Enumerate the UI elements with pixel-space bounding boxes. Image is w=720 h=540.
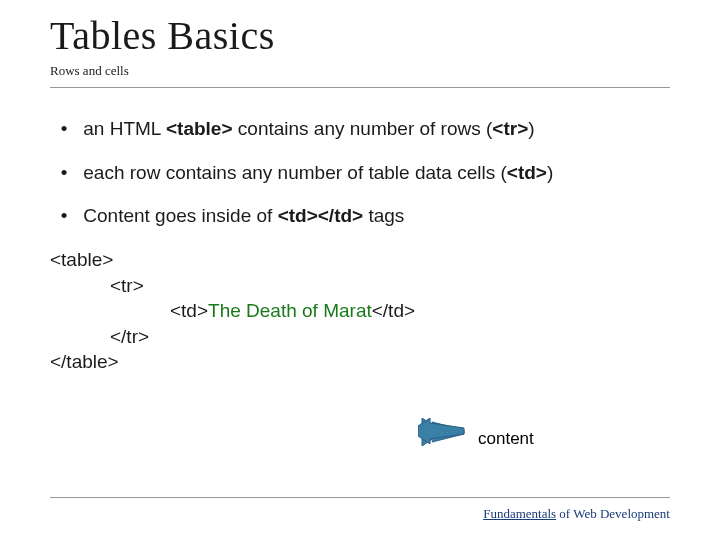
- footer-underlined: Fundamentals: [483, 506, 556, 521]
- annotation-label: content: [478, 429, 534, 449]
- text-fragment: ): [528, 118, 534, 139]
- bullet-dot-icon: •: [50, 116, 78, 142]
- bullet-text: each row contains any number of table da…: [83, 162, 553, 183]
- slide: Tables Basics Rows and cells • an HTML <…: [0, 0, 720, 540]
- strong-tag: <table>: [166, 118, 233, 139]
- bullet-item: • Content goes inside of <td></td> tags: [50, 203, 670, 229]
- arrow-icon: [418, 418, 466, 446]
- bullet-dot-icon: •: [50, 203, 78, 229]
- divider-bottom: [50, 497, 670, 498]
- footer-rest: of Web Development: [556, 506, 670, 521]
- code-line: <table>: [50, 247, 670, 273]
- bullet-dot-icon: •: [50, 160, 78, 186]
- code-example: <table> <tr> <td>The Death of Marat</td>…: [50, 247, 670, 375]
- text-fragment: an HTML: [83, 118, 166, 139]
- text-fragment: contains any number of rows (: [233, 118, 493, 139]
- bullet-text: Content goes inside of <td></td> tags: [83, 205, 404, 226]
- code-fragment: </td>: [372, 300, 415, 321]
- code-line: <tr>: [110, 273, 670, 299]
- content-area: • an HTML <table> contains any number of…: [50, 116, 670, 375]
- text-fragment: tags: [363, 205, 404, 226]
- strong-tag: <td>: [507, 162, 547, 183]
- divider-top: [50, 87, 670, 88]
- text-fragment: each row contains any number of table da…: [83, 162, 507, 183]
- code-line: <td>The Death of Marat</td>: [170, 298, 670, 324]
- strong-tag: <td></td>: [278, 205, 364, 226]
- bullet-text: an HTML <table> contains any number of r…: [83, 118, 534, 139]
- bullet-item: • each row contains any number of table …: [50, 160, 670, 186]
- code-content-fragment: The Death of Marat: [208, 300, 372, 321]
- text-fragment: Content goes inside of: [83, 205, 277, 226]
- slide-subtitle: Rows and cells: [50, 63, 670, 79]
- footer-text: Fundamentals of Web Development: [483, 506, 670, 522]
- code-line: </tr>: [110, 324, 670, 350]
- strong-tag: <tr>: [492, 118, 528, 139]
- text-fragment: ): [547, 162, 553, 183]
- code-line: </table>: [50, 349, 670, 375]
- code-fragment: <td>: [170, 300, 208, 321]
- slide-title: Tables Basics: [50, 0, 670, 59]
- bullet-item: • an HTML <table> contains any number of…: [50, 116, 670, 142]
